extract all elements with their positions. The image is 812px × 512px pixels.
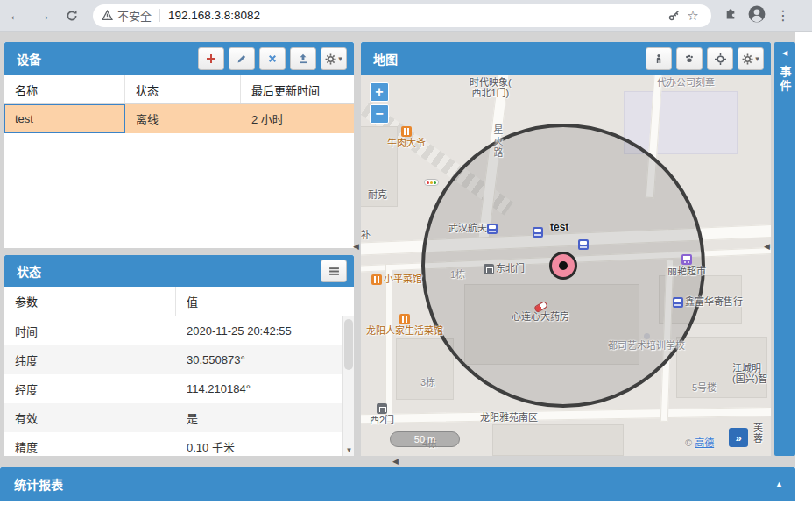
upload-button[interactable] bbox=[290, 47, 316, 70]
state-title: 状态 bbox=[17, 262, 321, 280]
forward-button[interactable]: → bbox=[32, 4, 56, 28]
map-poi-icon bbox=[533, 226, 545, 238]
poi-text: 芙蓉 bbox=[753, 423, 763, 444]
paw-icon bbox=[684, 53, 695, 64]
poi-text: 代办公司刻章 bbox=[657, 77, 715, 88]
back-button[interactable]: ← bbox=[4, 4, 28, 28]
poi-text: 补 bbox=[361, 230, 371, 240]
poi-text: 都司艺术培训学校 bbox=[608, 340, 685, 351]
poi-text: 丽艳超市 bbox=[667, 266, 706, 276]
splitter-collapse-arrow[interactable]: ◀ bbox=[353, 242, 359, 251]
menu-button[interactable]: ⋮ bbox=[776, 7, 785, 24]
profile-button[interactable] bbox=[748, 5, 766, 26]
map-poi-label: 小平菜馆 bbox=[371, 274, 422, 286]
reports-bar[interactable]: 统计报表 ▲ bbox=[0, 467, 795, 501]
cross-icon bbox=[267, 53, 278, 64]
scrollbar-thumb[interactable] bbox=[344, 319, 353, 370]
paw-button[interactable] bbox=[676, 47, 703, 70]
state-row[interactable]: 有效是 bbox=[4, 403, 354, 432]
map-poi-label: 芙蓉 bbox=[753, 423, 771, 444]
extensions-button[interactable] bbox=[724, 7, 738, 25]
expand-button[interactable]: » bbox=[729, 428, 748, 447]
map-poi-label: 耐克 bbox=[368, 189, 387, 200]
state-panel: 状态 参数 值 时间 bbox=[4, 255, 354, 456]
chevron-down-icon: ▾ bbox=[338, 54, 342, 63]
splitter-collapse-arrow[interactable]: ◀ bbox=[764, 242, 770, 251]
state-row[interactable]: 时间2020-11-25 20:42:55 bbox=[4, 316, 354, 345]
gate-icon bbox=[484, 264, 494, 274]
map-poi-label: 东北门 bbox=[484, 263, 525, 275]
poi-text: 时代映象( 西北1门) bbox=[470, 77, 512, 98]
poi-text: 小平菜馆 bbox=[384, 274, 422, 284]
value-cell: 114.210184° bbox=[176, 374, 354, 403]
pegman-button[interactable] bbox=[646, 47, 672, 70]
crosshair-icon bbox=[715, 53, 726, 65]
param-cell: 精度 bbox=[4, 432, 176, 456]
map-poi-label: 时代映象( 西北1门) bbox=[470, 77, 512, 98]
value-cell: 2020-11-25 20:42:55 bbox=[176, 316, 354, 345]
map-poi-label: 3栋 bbox=[420, 377, 435, 388]
gate-icon bbox=[377, 403, 387, 414]
food-icon bbox=[401, 126, 412, 137]
screen: ← → 不安全 192.168.3.8:8082 bbox=[0, 0, 812, 512]
state-header: 状态 bbox=[4, 255, 354, 287]
attribution-link[interactable]: 高德 bbox=[695, 437, 714, 448]
follow-button[interactable] bbox=[707, 47, 733, 70]
device-row[interactable]: test离线2 小时 bbox=[4, 104, 354, 133]
state-row[interactable]: 纬度30.550873° bbox=[4, 345, 354, 374]
scale-bar: 50 m bbox=[390, 431, 460, 447]
metro-icon bbox=[533, 227, 543, 238]
password-key-button[interactable] bbox=[664, 6, 683, 25]
zoom-in-button[interactable]: + bbox=[370, 82, 389, 102]
address-bar[interactable]: 不安全 192.168.3.8:8082 ☆ bbox=[93, 4, 711, 27]
poi-text: 1栋 bbox=[450, 269, 465, 280]
collapse-up-icon[interactable]: ▲ bbox=[775, 480, 783, 488]
avatar-icon bbox=[748, 5, 766, 23]
chevron-down-icon: ▾ bbox=[755, 54, 759, 63]
map-attribution: © 高德 bbox=[685, 435, 714, 449]
map-poi-label: 心连心大药房 bbox=[512, 303, 569, 322]
zoom-out-button[interactable]: − bbox=[370, 104, 389, 124]
state-scrollbar[interactable]: ▼ bbox=[342, 316, 354, 456]
column-parameter[interactable]: 参数 bbox=[4, 287, 176, 316]
scroll-down-button[interactable]: ▼ bbox=[343, 444, 354, 456]
poi-text: 牛肉大爷 bbox=[387, 138, 426, 148]
delete-device-button[interactable] bbox=[259, 47, 286, 70]
map-settings-button[interactable]: ▾ bbox=[738, 47, 764, 70]
column-lastupdate[interactable]: 最后更新时间 bbox=[241, 75, 354, 103]
map-poi-label: test bbox=[550, 222, 568, 232]
edit-device-button[interactable] bbox=[229, 47, 255, 70]
splitter-collapse-arrow[interactable]: ◀ bbox=[392, 457, 399, 466]
map-poi-label: 丽艳超市 bbox=[667, 254, 706, 276]
poi-text: 西2门 bbox=[370, 415, 394, 425]
pegman-icon bbox=[653, 53, 664, 64]
column-value[interactable]: 值 bbox=[176, 287, 354, 316]
value-cell: 30.550873° bbox=[176, 345, 354, 374]
value-cell: 是 bbox=[176, 403, 354, 432]
events-title: 事件 bbox=[777, 66, 794, 94]
poi-text: 龙阳人家生活菜馆 bbox=[366, 325, 443, 336]
events-strip[interactable]: ◀ 事件 bbox=[774, 42, 795, 456]
poi-text: test bbox=[550, 221, 568, 233]
pencil-icon bbox=[237, 53, 247, 64]
state-row[interactable]: 精度0.10 千米 bbox=[4, 432, 354, 456]
column-status[interactable]: 状态 bbox=[125, 75, 241, 103]
device-lastupdate-cell: 2 小时 bbox=[241, 104, 354, 133]
poi-text: 武汉航天 bbox=[448, 223, 487, 233]
metro-icon bbox=[578, 239, 589, 250]
param-cell: 经度 bbox=[4, 374, 176, 403]
add-device-button[interactable] bbox=[198, 47, 224, 70]
devices-panel: 设备 bbox=[4, 42, 354, 248]
page-content: 设备 bbox=[0, 32, 812, 512]
bookmark-button[interactable]: ☆ bbox=[683, 6, 703, 25]
device-name-cell: test bbox=[4, 104, 125, 133]
column-name[interactable]: 名称 bbox=[4, 75, 125, 103]
map-canvas[interactable]: 时代映象( 西北1门)代办公司刻章星火路牛肉大爷耐克武汉航天test丽艳超市东北… bbox=[361, 75, 771, 456]
state-row[interactable]: 经度114.210184° bbox=[4, 374, 354, 403]
browser-toolbar: ← → 不安全 192.168.3.8:8082 bbox=[0, 0, 812, 32]
device-settings-button[interactable]: ▾ bbox=[321, 47, 347, 70]
reload-button[interactable] bbox=[60, 4, 84, 28]
state-menu-button[interactable] bbox=[321, 260, 347, 282]
poi-text: 龙阳雅苑南区 bbox=[480, 412, 538, 423]
param-cell: 有效 bbox=[4, 403, 176, 432]
